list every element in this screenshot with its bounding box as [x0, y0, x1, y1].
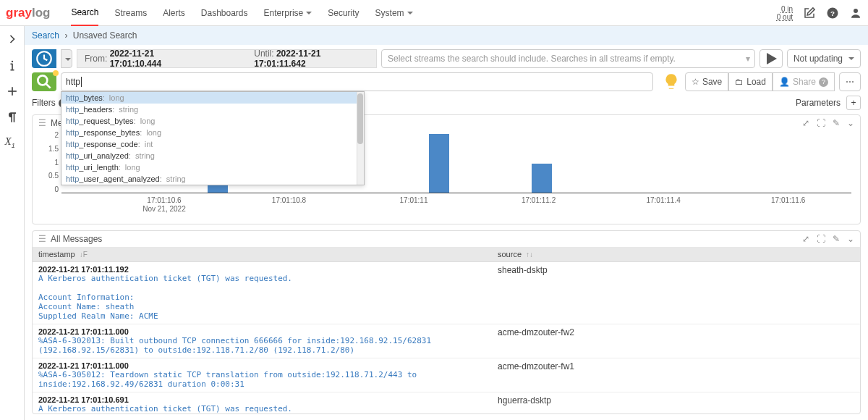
suggestion-item[interactable]: http_bytes:long: [61, 92, 364, 104]
share-button[interactable]: 👤 Share ?: [773, 72, 835, 91]
svg-line-12: [46, 84, 51, 88]
panel-title: All Messages: [51, 234, 102, 244]
nav-alerts[interactable]: Alerts: [163, 1, 185, 25]
breadcrumb-root[interactable]: Search: [32, 30, 59, 41]
sort-icon[interactable]: ↑↓: [526, 251, 533, 259]
suggestion-item[interactable]: http_request_bytes:long: [61, 115, 364, 127]
svg-point-11: [38, 75, 47, 85]
play-button[interactable]: [760, 49, 783, 68]
all-messages-panel: ☰ All Messages ⤢ ⛶ ✎ ⌄ timestamp ↓F sour…: [32, 230, 861, 414]
svg-rect-6: [10, 64, 12, 65]
time-range-dropdown[interactable]: [61, 49, 72, 68]
suggestion-item[interactable]: http_response_bytes:long: [61, 127, 364, 138]
filters-label: Filters: [32, 98, 56, 108]
streams-select[interactable]: Select streams the search should include…: [381, 49, 755, 68]
edit-icon[interactable]: [803, 7, 816, 20]
svg-point-3: [11, 61, 12, 62]
svg-marker-10: [767, 53, 777, 64]
table-row[interactable]: 2022-11-21 17:01:11.192A Kerberos authen…: [33, 262, 860, 324]
table-row[interactable]: 2022-11-21 17:01:11.000%ASA-6-305012: Te…: [33, 358, 860, 392]
variable-icon[interactable]: X1: [5, 136, 20, 151]
svg-point-2: [854, 9, 858, 13]
user-icon[interactable]: [849, 7, 862, 20]
time-range-display[interactable]: From: 2022-11-21 17:01:10.444 Until: 202…: [77, 49, 377, 68]
suggestion-item[interactable]: http_response_code:int: [61, 138, 364, 150]
svg-rect-4: [12, 64, 13, 70]
suggestion-item[interactable]: http_headers:string: [61, 104, 364, 115]
top-nav: graylog SearchStreamsAlertsDashboardsEnt…: [0, 0, 868, 26]
nav-security[interactable]: Security: [328, 1, 359, 25]
suggestion-item[interactable]: http_uri_length:long: [61, 161, 364, 173]
col-timestamp[interactable]: timestamp: [38, 250, 75, 259]
chevron-down-icon: ▾: [746, 54, 750, 64]
expand-icon[interactable]: ⛶: [817, 118, 825, 128]
time-range-button[interactable]: [32, 49, 56, 68]
load-button[interactable]: 🗀 Load: [728, 72, 773, 91]
scrollbar[interactable]: [357, 92, 364, 185]
nav-enterprise[interactable]: Enterprise: [264, 1, 312, 25]
search-input[interactable]: http: [61, 72, 653, 91]
add-parameter-button[interactable]: +: [846, 96, 861, 110]
svg-rect-5: [10, 70, 14, 71]
focus-icon[interactable]: ⤢: [802, 118, 809, 128]
drag-handle-icon[interactable]: ☰: [38, 234, 46, 244]
nav-dashboards[interactable]: Dashboards: [201, 1, 248, 25]
nav-search[interactable]: Search: [71, 0, 98, 26]
logo: graylog: [6, 6, 50, 20]
help-icon[interactable]: ?: [826, 7, 839, 20]
more-button[interactable]: ⋯: [839, 72, 861, 91]
svg-text:?: ?: [830, 9, 835, 17]
side-rail: X1: [0, 26, 25, 420]
throughput-stats: 0 in 0 out: [777, 5, 793, 21]
nav-streams[interactable]: Streams: [114, 1, 147, 25]
sort-icon[interactable]: ↓F: [80, 251, 88, 259]
suggestion-item[interactable]: http_user_agent_analyzed:string: [61, 173, 364, 185]
breadcrumb-current: Unsaved Search: [73, 30, 137, 41]
parameters-label: Parameters: [796, 98, 841, 108]
edit-icon[interactable]: ✎: [833, 234, 840, 244]
paragraph-icon[interactable]: [5, 110, 20, 125]
table-row[interactable]: 2022-11-21 17:01:10.691A Kerberos authen…: [33, 392, 860, 413]
nav-system[interactable]: System: [375, 1, 413, 25]
table-row[interactable]: 2022-11-21 17:01:11.000%ASA-6-302013: Bu…: [33, 324, 860, 358]
plus-icon[interactable]: [5, 84, 20, 98]
edit-icon[interactable]: ✎: [833, 118, 840, 128]
chart-bar[interactable]: [532, 164, 552, 193]
chevron-down-icon[interactable]: ⌄: [847, 234, 854, 244]
focus-icon[interactable]: ⤢: [802, 234, 809, 244]
chevron-right-icon[interactable]: [5, 32, 20, 46]
drag-handle-icon[interactable]: ☰: [38, 118, 46, 128]
search-button[interactable]: [32, 72, 56, 91]
info-icon[interactable]: [5, 58, 20, 72]
breadcrumb: Search › Unsaved Search: [25, 26, 868, 45]
col-source[interactable]: source: [498, 250, 522, 259]
save-button[interactable]: ☆ Save: [685, 72, 728, 91]
bulb-icon[interactable]: [662, 72, 681, 91]
expand-icon[interactable]: ⛶: [817, 234, 825, 244]
autocomplete-dropdown: http_bytes:longhttp_headers:stringhttp_r…: [61, 91, 365, 185]
update-mode-button[interactable]: Not updating: [787, 49, 861, 68]
chevron-down-icon[interactable]: ⌄: [847, 118, 854, 128]
table-header: timestamp ↓F source ↑↓: [33, 247, 860, 262]
suggestion-item[interactable]: http_uri_analyzed:string: [61, 150, 364, 161]
chart-bar[interactable]: [429, 134, 449, 193]
